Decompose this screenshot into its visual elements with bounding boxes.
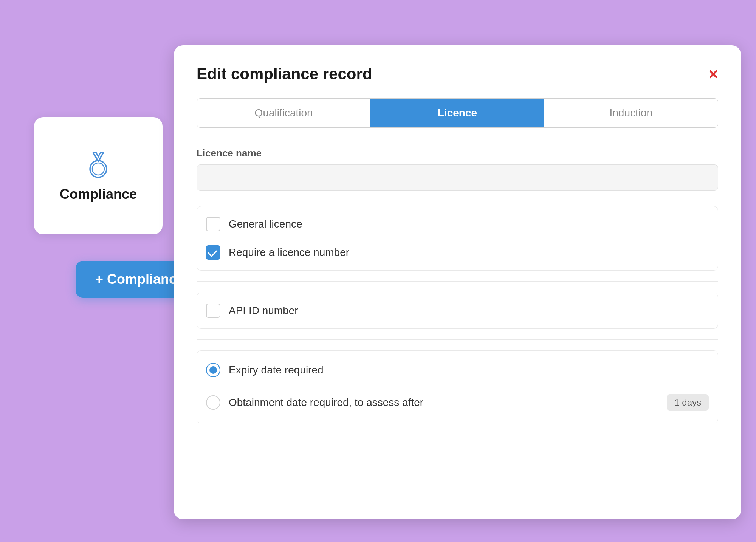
close-button[interactable]: ×	[708, 66, 718, 82]
api-id-checkbox[interactable]	[206, 304, 220, 318]
require-licence-number-row: Require a licence number	[206, 238, 709, 266]
general-licence-checkbox[interactable]	[206, 217, 220, 231]
compliance-card: Compliance	[34, 117, 163, 234]
divider-2	[197, 339, 718, 340]
tab-licence[interactable]: Licence	[370, 99, 544, 127]
edit-compliance-modal: Edit compliance record × Qualification L…	[174, 45, 741, 519]
obtainment-date-label: Obtainment date required, to assess afte…	[229, 396, 658, 409]
tab-qualification[interactable]: Qualification	[197, 99, 370, 127]
form-content: Licence name General licence Require a l…	[197, 147, 718, 500]
general-licence-row: General licence	[206, 210, 709, 238]
require-licence-number-checkbox[interactable]	[206, 245, 220, 260]
expiry-date-row: Expiry date required	[206, 355, 709, 386]
obtainment-date-radio[interactable]	[206, 395, 220, 410]
checkboxes-group: General licence Require a licence number	[197, 206, 718, 271]
tab-induction[interactable]: Induction	[544, 99, 718, 127]
licence-name-input[interactable]	[197, 164, 718, 191]
compliance-card-label: Compliance	[60, 186, 137, 202]
require-licence-number-label: Require a licence number	[229, 246, 349, 259]
days-badge: 1 days	[667, 394, 709, 411]
licence-name-field-group: Licence name	[197, 147, 718, 206]
divider-1	[197, 281, 718, 282]
licence-name-label: Licence name	[197, 147, 718, 159]
compliance-medal-icon	[83, 149, 113, 180]
radios-group: Expiry date required Obtainment date req…	[197, 350, 718, 423]
general-licence-label: General licence	[229, 218, 302, 230]
svg-point-1	[92, 163, 104, 175]
api-group: API ID number	[197, 293, 718, 329]
obtainment-date-row: Obtainment date required, to assess afte…	[206, 386, 709, 419]
modal-title: Edit compliance record	[197, 65, 372, 83]
api-id-row: API ID number	[206, 297, 709, 325]
expiry-date-radio[interactable]	[206, 363, 220, 377]
expiry-date-label: Expiry date required	[229, 364, 709, 376]
api-id-label: API ID number	[229, 305, 298, 317]
modal-header: Edit compliance record ×	[197, 65, 718, 83]
tab-bar: Qualification Licence Induction	[197, 98, 718, 128]
